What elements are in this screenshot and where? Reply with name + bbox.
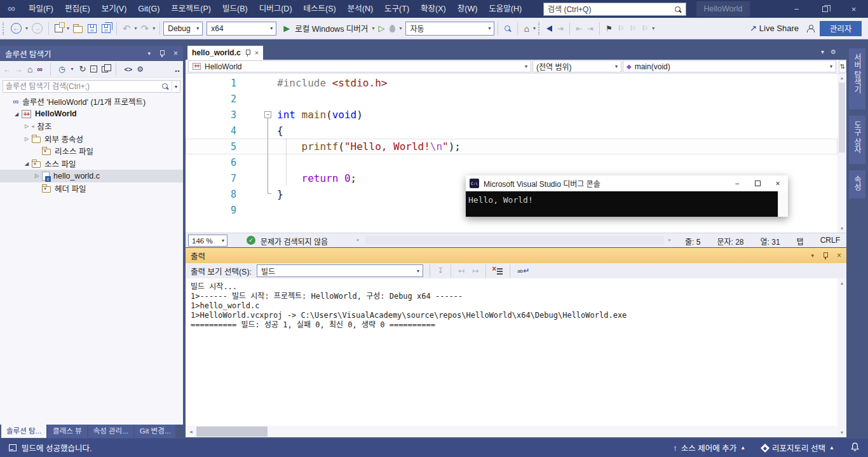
redo-button[interactable]: ↷ <box>139 21 151 36</box>
debug-console-titlebar[interactable]: C:\ Microsoft Visual Studio 디버그 콘솔 − × <box>466 175 788 191</box>
tree-item[interactable]: ▷▫▫참조 <box>0 120 183 133</box>
properties-wrench-icon[interactable]: ⚙ <box>137 65 144 74</box>
menu-item[interactable]: 확장(X) <box>415 0 452 18</box>
minimize-button[interactable]: − <box>782 0 811 18</box>
debug-target-label[interactable]: 로컬 Windows 디버거 <box>295 22 368 34</box>
menu-item[interactable]: 디버그(D) <box>254 0 298 18</box>
window-position-icon[interactable]: ▾ <box>147 50 151 57</box>
code-line-1[interactable]: 1#include <stdio.h> <box>186 75 837 91</box>
output-panel-header[interactable]: 출력 ▾ × <box>186 248 846 263</box>
tab-options-icon[interactable]: ⚙ <box>831 48 836 55</box>
tree-item[interactable]: 헤더 파일 <box>0 182 183 195</box>
close-icon[interactable]: × <box>255 49 259 57</box>
tool-window-tab[interactable]: 솔루션 탐... <box>1 425 46 438</box>
scroll-up-icon[interactable]: ▲ <box>837 76 846 80</box>
code-line-6[interactable]: 6 <box>186 154 837 170</box>
menu-item[interactable]: 파일(F) <box>23 0 59 18</box>
toolbar-grip[interactable] <box>3 22 5 35</box>
clear-all-icon[interactable] <box>493 267 503 275</box>
start-debug-button[interactable]: ▶ <box>281 21 292 36</box>
find-in-files-icon[interactable] <box>502 21 513 36</box>
menu-item[interactable]: 보기(V) <box>96 0 133 18</box>
view-code-icon[interactable]: <> <box>124 65 132 73</box>
sync-active-document-icon[interactable]: ∞ <box>37 65 43 74</box>
expander-expanded-icon[interactable]: ◢ <box>22 161 32 167</box>
feedback-button[interactable] <box>804 21 817 36</box>
solution-explorer-header[interactable]: 솔루션 탐색기 ▾ × <box>0 46 183 61</box>
code-line-2[interactable]: 2 <box>186 91 837 107</box>
chevron-down-icon[interactable]: ▾ <box>70 66 75 72</box>
close-icon[interactable]: × <box>837 251 841 260</box>
caret-tab-mode[interactable]: 탭 <box>797 236 804 247</box>
bookmark-toggle-icon[interactable]: ⚑ <box>604 21 614 36</box>
document-tab[interactable]: hello_world.c × <box>187 46 263 60</box>
scope-combo[interactable]: (전역 범위) ▾ <box>532 60 621 72</box>
toolbar-overflow-icon[interactable]: ‥ <box>175 65 180 74</box>
solution-explorer-search-box[interactable]: ▾ <box>3 80 180 93</box>
menu-item[interactable]: 빌드(B) <box>217 0 254 18</box>
restore-button[interactable] <box>811 0 839 18</box>
output-vertical-scrollbar[interactable]: ▲ ▼ <box>837 278 846 437</box>
configuration-combo[interactable]: Debug▾ <box>163 22 203 36</box>
pin-icon[interactable] <box>159 50 165 58</box>
output-text-area[interactable]: 빌드 시작...1>------ 빌드 시작: 프로젝트: HelloWorld… <box>186 278 837 426</box>
menu-item[interactable]: 도움말(H) <box>483 0 527 18</box>
collapse-all-icon[interactable]: − <box>90 65 97 72</box>
redo-dropdown-icon[interactable]: ▾ <box>151 25 156 31</box>
console-close-button[interactable]: × <box>768 179 788 188</box>
expander-collapsed-icon[interactable]: ▷ <box>22 123 32 129</box>
toolbar-grip[interactable] <box>538 22 541 35</box>
zoom-combo[interactable]: 146 % ▾ <box>188 235 227 247</box>
back-dropdown-icon[interactable]: ▾ <box>24 25 29 31</box>
navigate-back-button[interactable]: ← <box>9 21 24 36</box>
admin-badge[interactable]: 관리자 <box>820 21 862 36</box>
chevron-down-icon[interactable]: ▾ <box>651 25 656 31</box>
tab-list-dropdown-icon[interactable]: ▾ <box>821 48 824 55</box>
expander-expanded-icon[interactable]: ◢ <box>11 111 22 117</box>
console-scrollbar[interactable] <box>778 191 788 217</box>
tree-item[interactable]: ∞솔루션 'HelloWorld' (1/1개 프로젝트) <box>0 95 183 108</box>
tool-window-tab[interactable]: 클래스 뷰 <box>48 425 87 438</box>
tree-item[interactable]: ◢소스 파일 <box>0 158 183 170</box>
quick-search-input[interactable] <box>548 5 674 14</box>
word-wrap-icon[interactable]: ab↵ <box>517 268 529 274</box>
expander-collapsed-icon[interactable]: ▷ <box>22 136 32 142</box>
code-line-4[interactable]: 4{ <box>186 123 837 139</box>
select-element-icon[interactable] <box>545 21 554 36</box>
tree-item[interactable]: ◢++HelloWorld <box>0 108 183 121</box>
right-tool-tab[interactable]: 서버 탐색기 <box>849 48 865 109</box>
code-line-3[interactable]: 3int main(void) <box>186 107 837 123</box>
scroll-down-icon[interactable]: ▼ <box>837 430 846 435</box>
hot-reload-button[interactable] <box>388 21 397 36</box>
editor-horizontal-scrollbar[interactable] <box>365 236 664 245</box>
health-check-icon[interactable]: ✓ <box>247 236 255 245</box>
console-minimize-button[interactable]: − <box>727 179 747 188</box>
menu-item[interactable]: Git(G) <box>132 0 165 18</box>
menu-item[interactable]: 도구(T) <box>379 0 415 18</box>
undo-button[interactable]: ↶ <box>121 21 133 36</box>
save-all-button[interactable] <box>100 21 112 36</box>
search-options-icon[interactable]: ▾ <box>175 84 177 90</box>
solution-explorer-search-input[interactable] <box>6 82 161 91</box>
new-project-button[interactable] <box>53 21 65 36</box>
menu-item[interactable]: 창(W) <box>452 0 484 18</box>
notifications-bell-icon[interactable] <box>851 442 859 453</box>
live-share-button[interactable]: Live Share <box>759 24 799 33</box>
member-combo[interactable]: ◆ main(void) ▾ <box>623 60 836 72</box>
expander-collapsed-icon[interactable]: ▷ <box>32 173 42 179</box>
show-all-files-icon[interactable] <box>102 66 108 72</box>
right-tool-tab[interactable]: 도구 상자 <box>849 116 865 164</box>
save-button[interactable] <box>86 21 98 36</box>
refresh-icon[interactable]: ↻ <box>79 64 86 74</box>
close-icon[interactable]: × <box>173 49 178 58</box>
code-line-5[interactable]: 5 printf("Hello, World!\n"); <box>186 139 837 154</box>
pin-icon[interactable] <box>822 252 829 260</box>
quick-search-box[interactable] <box>543 3 686 16</box>
tool-window-tab[interactable]: 속성 관리... <box>88 425 133 438</box>
close-button[interactable]: × <box>839 0 868 18</box>
start-without-debug-button[interactable]: ▷ <box>376 21 386 36</box>
pending-changes-filter-icon[interactable]: ◷ <box>58 65 65 74</box>
platform-combo[interactable]: x64▾ <box>207 22 276 36</box>
output-source-combo[interactable]: 빌드 ▾ <box>257 264 423 277</box>
sync-home-icon[interactable]: ⌂ <box>522 21 531 36</box>
